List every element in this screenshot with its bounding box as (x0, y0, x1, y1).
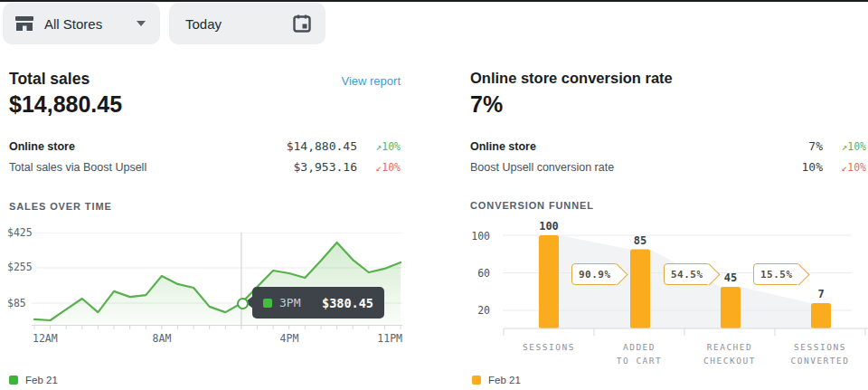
x-tick-label: 12AM (33, 332, 58, 345)
funnel-category-label: SESSIONSCONVERTED (775, 340, 865, 367)
bar-value-label: 45 (724, 271, 737, 284)
total-sales-value: $14,880.45 (9, 91, 122, 118)
conversion-rate-badge: 54.5% (664, 263, 711, 285)
date-selector-button[interactable]: Today (169, 3, 326, 44)
metric-change-down: ↙10% (357, 161, 401, 174)
conversion-rate-value: 7% (470, 91, 503, 118)
store-selector-label: All Stores (44, 16, 102, 32)
sales-legend: Feb 21 (9, 375, 58, 385)
chart-tooltip: 3PM $380.45 (252, 287, 384, 319)
y-tick-label: $425 (7, 226, 33, 239)
storefront-icon (14, 14, 34, 33)
funnel-bar[interactable] (721, 287, 741, 328)
bar-value-label: 100 (539, 221, 559, 233)
metric-row-online-store: Online store $14,880.45 ↗10% (9, 136, 401, 157)
conversion-rate-badge: 90.9% (571, 263, 618, 285)
y-tick-label: $85 (7, 297, 26, 309)
metric-value: 10% (760, 160, 823, 174)
metric-value: $3,953.16 (249, 160, 357, 174)
metric-change-down: ↙10% (823, 161, 866, 174)
x-tick-label: 8AM (147, 332, 176, 345)
x-tick-label: 4PM (275, 332, 304, 345)
conversion-rate-badge: 15.5% (753, 263, 800, 285)
metric-change-up: ↗10% (357, 140, 401, 153)
funnel-category-label: SESSIONS (504, 340, 594, 354)
bar-value-label: 85 (634, 234, 646, 247)
metric-row-online-store: Online store 7% ↗10% (470, 136, 866, 157)
funnel-bar[interactable] (539, 235, 559, 328)
bar-value-label: 7 (817, 288, 824, 300)
highlighted-data-point[interactable] (237, 298, 249, 309)
conversion-rate-title: Online store conversion rate (470, 70, 673, 87)
view-report-link[interactable]: View report (319, 74, 401, 88)
sales-over-time-section-title: SALES OVER TIME (9, 201, 112, 212)
chevron-down-icon (137, 21, 146, 26)
metric-change-up: ↗10% (823, 140, 866, 153)
funnel-legend: Feb 21 (472, 375, 521, 385)
metric-value: 7% (760, 139, 823, 153)
funnel-category-label: REACHEDCHECKOUT (684, 340, 775, 367)
calendar-icon (291, 13, 313, 34)
funnel-category-label: ADDEDTO CART (594, 340, 684, 367)
date-selector-label: Today (185, 16, 222, 32)
legend-label: Feb 21 (488, 375, 521, 385)
conversion-funnel-section-title: CONVERSION FUNNEL (470, 200, 594, 211)
metric-label: Online store (470, 140, 760, 153)
dashboard: All Stores Today Total sales View report… (0, 0, 868, 390)
funnel-bar[interactable] (811, 303, 831, 328)
legend-swatch-green (9, 376, 18, 385)
y-tick-label: $255 (7, 261, 33, 273)
metric-label: Online store (9, 140, 249, 153)
x-tick-label: 11PM (373, 332, 402, 345)
total-sales-metrics: Online store $14,880.45 ↗10% Total sales… (9, 136, 401, 177)
store-selector-button[interactable]: All Stores (3, 3, 160, 44)
metric-row-boost-upsell: Boost Upsell conversion rate 10% ↙10% (470, 157, 866, 177)
window-top-edge (0, 0, 868, 2)
metric-label: Total sales via Boost Upsell (9, 161, 249, 174)
series-color-swatch (263, 299, 272, 308)
tooltip-value: $380.45 (322, 296, 373, 310)
legend-label: Feb 21 (25, 375, 58, 385)
metric-value: $14,880.45 (249, 139, 357, 153)
metric-label: Boost Upsell conversion rate (470, 161, 760, 174)
metric-row-boost-upsell: Total sales via Boost Upsell $3,953.16 ↙… (9, 157, 401, 177)
legend-swatch-orange (472, 376, 481, 385)
conversion-metrics: Online store 7% ↗10% Boost Upsell conver… (470, 136, 866, 177)
funnel-bar[interactable] (630, 250, 650, 328)
total-sales-title: Total sales (9, 70, 90, 89)
tooltip-time: 3PM (279, 296, 300, 309)
